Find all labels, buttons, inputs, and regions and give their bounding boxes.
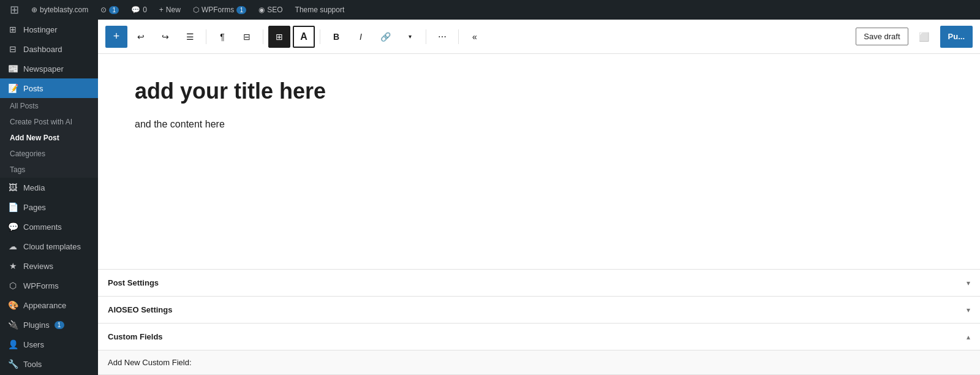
new-label: New (166, 6, 181, 14)
align-icon: ⊟ (243, 32, 251, 42)
sidebar-item-appearance[interactable]: 🎨 Appearance (0, 295, 98, 315)
link-button[interactable]: 🔗 (374, 26, 396, 48)
aioseo-settings-panel-header[interactable]: AIOSEO Settings ▾ (98, 297, 980, 324)
seo-item[interactable]: ◉ SEO (254, 0, 287, 20)
wpforms-icon: ⬡ (193, 6, 199, 14)
sidebar-item-comments[interactable]: 💬 Comments (0, 217, 98, 237)
bottom-panels: Post Settings ▾ AIOSEO Settings ▾ Custom… (98, 269, 980, 375)
posts-submenu: All Posts Create Post with AI Add New Po… (0, 98, 98, 178)
sidebar-item-reviews[interactable]: ★ Reviews (0, 256, 98, 276)
site-icon: ⊕ (31, 6, 37, 14)
comments-count: 0 (143, 6, 147, 14)
sidebar-item-all-posts[interactable]: All Posts (0, 98, 98, 114)
add-custom-field-label: Add New Custom Field: (108, 358, 192, 367)
add-new-label: Add New Post (10, 134, 59, 142)
sidebar-item-dashboard[interactable]: ⊟ Dashboard (0, 39, 98, 59)
hostinger-icon: ⊞ (7, 25, 18, 34)
add-block-button[interactable]: + (105, 26, 127, 48)
more-options-button[interactable]: ⋯ (431, 26, 453, 48)
sidebar-label-reviews: Reviews (23, 262, 53, 271)
all-posts-label: All Posts (10, 102, 39, 110)
sidebar-item-pages[interactable]: 📄 Pages (0, 197, 98, 217)
sidebar-item-users[interactable]: 👤 Users (0, 335, 98, 354)
paragraph-button[interactable]: ¶ (211, 26, 233, 48)
sidebar-item-create-ai[interactable]: Create Post with AI (0, 114, 98, 130)
reviews-icon: ★ (7, 261, 18, 271)
main-layout: ⊞ Hostinger ⊟ Dashboard 📰 Newspaper 📝 Po… (0, 20, 980, 375)
admin-bar: ⊞ ⊕ byteblasty.com ⊙ 1 💬 0 + New ⬡ WPFor… (0, 0, 980, 20)
separator-1 (206, 29, 206, 44)
sidebar-label-comments: Comments (23, 222, 62, 232)
link-icon: 🔗 (380, 32, 391, 42)
sidebar-item-categories[interactable]: Categories (0, 146, 98, 162)
custom-fields-panel-header[interactable]: Custom Fields ▴ (98, 324, 980, 350)
users-icon: 👤 (7, 339, 18, 349)
wpforms-label: WPForms (202, 6, 234, 14)
sidebar-item-wpforms[interactable]: ⬡ WPForms (0, 276, 98, 295)
collapse-toolbar-button[interactable]: « (464, 26, 486, 48)
site-name-item[interactable]: ⊕ byteblasty.com (26, 0, 93, 20)
italic-icon: I (360, 32, 362, 42)
sidebar-item-cloud-templates[interactable]: ☁ Cloud templates (0, 237, 98, 256)
editor-content[interactable]: add your title here and the content here (98, 54, 980, 269)
redo-button[interactable]: ↪ (154, 26, 176, 48)
tags-label: Tags (10, 165, 25, 174)
sidebar-item-newspaper[interactable]: 📰 Newspaper (0, 59, 98, 78)
comments-sidebar-icon: 💬 (7, 222, 18, 232)
editor-scroll-area: add your title here and the content here… (98, 54, 980, 375)
more-icon: ⋯ (438, 32, 447, 42)
sidebar-item-media[interactable]: 🖼 Media (0, 178, 98, 197)
link-arrow-button[interactable]: ▾ (399, 26, 421, 48)
save-draft-button[interactable]: Save draft (856, 28, 908, 45)
sidebar-label-wpforms: WPForms (23, 281, 59, 290)
media-icon: 🖼 (7, 183, 18, 192)
customize-badge: 1 (109, 6, 119, 14)
newspaper-icon: 📰 (7, 64, 18, 74)
post-settings-chevron: ▾ (967, 279, 970, 287)
sidebar-label-users: Users (23, 340, 44, 349)
editor-body[interactable]: and the content here (135, 116, 943, 132)
aioseo-settings-title: AIOSEO Settings (108, 305, 172, 314)
create-ai-label: Create Post with AI (10, 118, 72, 126)
list-icon: ☰ (186, 32, 194, 42)
theme-support-item[interactable]: Theme support (290, 0, 350, 20)
text-type-button[interactable]: A (293, 26, 315, 48)
separator-2 (263, 29, 263, 44)
editor-title[interactable]: add your title here (135, 78, 943, 104)
comments-item[interactable]: 💬 0 (126, 0, 152, 20)
sidebar-item-hostinger[interactable]: ⊞ Hostinger (0, 20, 98, 39)
align-button[interactable]: ⊟ (236, 26, 258, 48)
active-block-button[interactable]: ⊞ (268, 26, 290, 48)
preview-icon: ⬜ (919, 32, 929, 42)
sidebar-item-plugins[interactable]: 🔌 Plugins 1 (0, 315, 98, 335)
tools-icon: 🔧 (7, 359, 18, 369)
custom-fields-title: Custom Fields (108, 332, 163, 341)
categories-label: Categories (10, 150, 45, 158)
separator-5 (458, 29, 459, 44)
custom-fields-content: Add New Custom Field: (98, 350, 980, 375)
site-name-label: byteblasty.com (40, 6, 88, 14)
sidebar-label-media: Media (23, 183, 45, 192)
wpforms-item[interactable]: ⬡ WPForms 1 (188, 0, 251, 20)
sidebar-item-tools[interactable]: 🔧 Tools (0, 354, 98, 374)
customize-item[interactable]: ⊙ 1 (96, 0, 124, 20)
separator-4 (426, 29, 426, 44)
post-settings-panel-header[interactable]: Post Settings ▾ (98, 270, 980, 297)
collapse-toolbar-icon: « (472, 32, 477, 42)
sidebar-item-add-new[interactable]: Add New Post (0, 130, 98, 146)
preview-button[interactable]: ⬜ (913, 26, 935, 48)
post-settings-title: Post Settings (108, 278, 159, 287)
comments-icon: 💬 (131, 6, 140, 14)
publish-button[interactable]: Pu... (940, 26, 973, 48)
bold-button[interactable]: B (325, 26, 347, 48)
separator-3 (320, 29, 320, 44)
sidebar-item-posts[interactable]: 📝 Posts (0, 78, 98, 98)
wpforms-badge: 1 (236, 6, 246, 14)
list-view-button[interactable]: ☰ (179, 26, 201, 48)
italic-button[interactable]: I (350, 26, 372, 48)
redo-icon: ↪ (162, 32, 169, 42)
sidebar-item-tags[interactable]: Tags (0, 162, 98, 178)
undo-button[interactable]: ↩ (130, 26, 152, 48)
wp-logo-item[interactable]: ⊞ (5, 0, 24, 20)
new-item[interactable]: + New (154, 0, 186, 20)
